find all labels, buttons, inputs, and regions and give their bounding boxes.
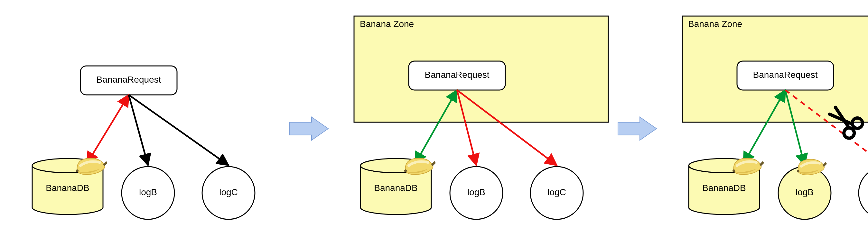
logC-label: logC	[548, 187, 566, 197]
svg-point-6	[797, 170, 800, 173]
db-label: BananaDB	[46, 183, 89, 193]
arrow-logB	[129, 95, 148, 165]
svg-point-3	[404, 169, 407, 172]
arrow-db	[87, 95, 129, 164]
panel-0: BananaRequestBananaDBlogBlogC	[32, 66, 255, 219]
arrow-logC	[129, 95, 228, 165]
diagram-root: BananaRequestBananaDBlogBlogCBanana Zone…	[6, 6, 868, 237]
logB-label: logB	[796, 187, 814, 197]
request-label: BananaRequest	[97, 75, 161, 84]
logB-label: logB	[139, 187, 157, 197]
logC-node	[859, 167, 868, 219]
panel-2: Banana ZoneBananaRequestBananaDBlogBlogC	[682, 16, 868, 219]
transition-arrow	[290, 117, 328, 140]
transition-arrow	[618, 117, 656, 140]
db-label: BananaDB	[374, 183, 417, 193]
svg-point-5	[733, 169, 735, 172]
request-label: BananaRequest	[425, 70, 490, 80]
banana-icon	[797, 159, 827, 175]
db-label: BananaDB	[702, 183, 746, 193]
svg-point-1	[76, 169, 79, 172]
zone-label: Banana Zone	[688, 19, 742, 29]
logC-label: logC	[219, 187, 238, 197]
logB-label: logB	[467, 187, 485, 197]
request-label: BananaRequest	[753, 70, 818, 80]
panel-1: Banana ZoneBananaRequestBananaDBlogBlogC	[354, 16, 608, 219]
zone-label: Banana Zone	[360, 19, 414, 29]
